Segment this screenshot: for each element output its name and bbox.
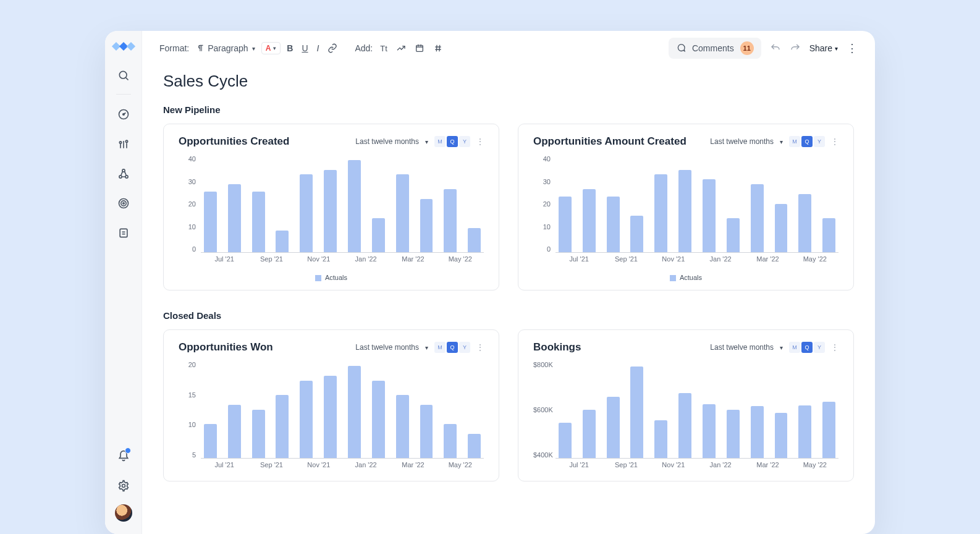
bar [583,410,596,459]
target-icon[interactable] [112,192,135,214]
card-menu-icon[interactable]: ⋮ [476,343,484,352]
paragraph-dropdown[interactable]: Paragraph ▾ [194,42,257,54]
card-menu-icon[interactable]: ⋮ [476,137,484,146]
bar [348,366,361,458]
bar [372,381,385,459]
paragraph-label: Paragraph [208,43,248,53]
add-hash-button[interactable] [431,42,446,54]
svg-point-9 [122,169,124,172]
avatar[interactable] [115,504,132,522]
network-icon[interactable] [112,163,135,185]
add-date-button[interactable] [412,42,427,54]
undo-icon[interactable] [770,43,781,54]
bar [559,197,572,252]
bar [751,406,764,458]
svg-point-8 [125,140,127,142]
bar [276,231,289,252]
bar [751,184,764,252]
bar [252,410,265,459]
granularity-toggle: M Q Y [434,136,470,147]
comments-label: Comments [692,43,734,53]
svg-point-3 [122,114,124,116]
svg-point-10 [119,176,121,178]
toggle-year[interactable]: Y [459,136,470,147]
toggle-quarter[interactable]: Q [447,342,458,353]
granularity-toggle: M Q Y [789,136,825,147]
bar [678,393,691,458]
svg-rect-19 [416,45,423,51]
app-window: Format: Paragraph ▾ A▾ B U I Add: Tt [105,31,875,534]
card-title: Opportunities Created [179,135,289,148]
bar [300,381,313,459]
card-menu-icon[interactable]: ⋮ [831,137,838,146]
bar [703,179,716,252]
svg-line-25 [436,45,437,52]
period-dropdown[interactable]: ▾ [425,138,428,145]
bar [607,397,620,458]
period-label: Last twelve months [355,343,419,352]
document-icon[interactable] [112,222,135,244]
bar [252,192,265,252]
bar [204,192,217,252]
share-label: Share [809,43,832,53]
bar [798,405,811,458]
share-button[interactable]: Share ▾ [809,43,838,53]
section-closed: Closed Deals [163,310,854,321]
bar [775,204,788,253]
bar [276,395,289,458]
bar [630,367,643,458]
notifications-icon[interactable] [112,445,135,467]
svg-point-7 [119,142,121,143]
card-menu-icon[interactable]: ⋮ [831,343,838,352]
period-dropdown[interactable]: ▾ [780,344,783,351]
redo-icon[interactable] [790,43,801,54]
card-title: Opportunities Amount Created [533,135,686,148]
section-pipeline: New Pipeline [163,104,854,115]
toggle-year[interactable]: Y [814,136,825,147]
svg-line-26 [439,45,440,52]
bar [204,424,217,458]
bar [468,434,481,458]
granularity-toggle: M Q Y [434,342,470,353]
more-menu-icon[interactable]: ⋮ [847,41,858,55]
bar [444,189,457,252]
bold-button[interactable]: B [284,42,295,54]
svg-point-14 [122,203,124,205]
bar [372,218,385,252]
granularity-toggle: M Q Y [789,342,825,353]
svg-point-18 [122,485,125,488]
bar [559,423,572,459]
toggle-year[interactable]: Y [814,342,825,353]
toggle-quarter[interactable]: Q [801,342,813,353]
period-label: Last twelve months [710,343,774,352]
text-color-button[interactable]: A▾ [261,42,281,54]
dashboard-icon[interactable] [112,103,135,125]
period-dropdown[interactable]: ▾ [425,344,428,351]
bar [324,170,337,252]
link-button[interactable] [325,42,340,54]
search-icon[interactable] [112,64,135,87]
italic-button[interactable]: I [315,42,322,54]
toggle-month[interactable]: M [434,136,446,147]
legend: Actuals [533,274,838,281]
toggle-month[interactable]: M [789,342,800,353]
bar [583,189,596,252]
bar [396,174,409,252]
toggle-month[interactable]: M [434,342,446,353]
underline-button[interactable]: U [299,42,310,54]
toggle-month[interactable]: M [789,136,800,147]
add-trend-button[interactable] [394,42,408,54]
bar [324,376,337,458]
closed-grid: Opportunities Won Last twelve months ▾ M… [163,329,854,481]
bar [798,194,811,252]
bar [822,218,835,252]
settings-icon[interactable] [112,475,135,497]
period-dropdown[interactable]: ▾ [780,138,783,145]
analytics-icon[interactable] [112,133,135,155]
toggle-year[interactable]: Y [459,342,470,353]
bar [775,413,788,458]
toggle-quarter[interactable]: Q [447,136,458,147]
add-text-button[interactable]: Tt [378,43,390,54]
toggle-quarter[interactable]: Q [801,136,813,147]
comments-button[interactable]: Comments 11 [669,38,761,59]
